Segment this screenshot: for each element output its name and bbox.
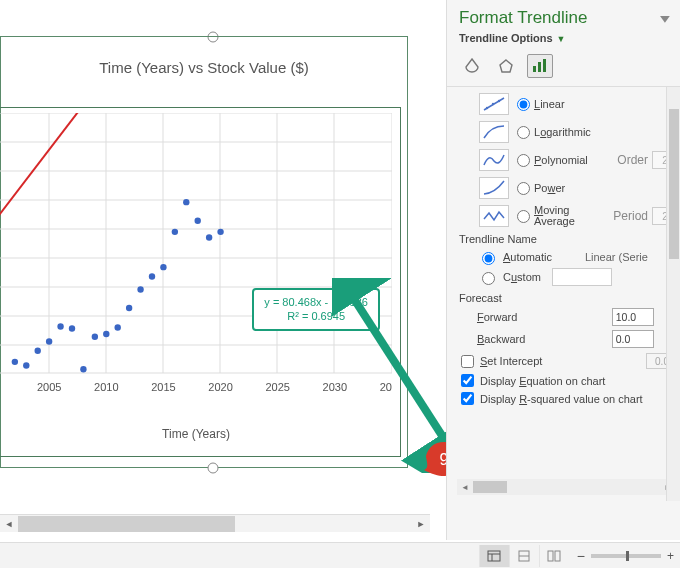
svg-rect-48 [533, 66, 536, 72]
svg-rect-50 [543, 59, 546, 72]
tab-trendline-options-icon[interactable] [527, 54, 553, 78]
radio-custom[interactable]: Custom [477, 268, 678, 286]
status-bar: − + [0, 542, 680, 568]
tab-fill-line-icon[interactable] [459, 54, 485, 78]
svg-point-29 [137, 286, 143, 292]
panel-subtitle[interactable]: Trendline Options▼ [447, 32, 680, 50]
plot-area[interactable]: 2005201020152020202520302035 Time (Years… [0, 107, 401, 457]
option-power[interactable]: Power [517, 182, 565, 195]
svg-point-31 [160, 264, 166, 270]
chart-frame: Time (Years) vs Stock Value ($) [0, 36, 408, 468]
svg-point-35 [206, 234, 212, 240]
zoom-out-icon[interactable]: − [577, 548, 585, 564]
svg-text:2010: 2010 [94, 381, 118, 393]
scroll-left-icon[interactable]: ◄ [457, 483, 473, 492]
svg-point-30 [149, 273, 155, 279]
option-polynomial[interactable]: Polynomial [517, 154, 588, 167]
svg-point-23 [69, 325, 75, 331]
panel-close-icon[interactable]: ▾ [660, 10, 670, 26]
svg-point-34 [195, 218, 201, 224]
view-page-break-icon[interactable] [539, 545, 569, 567]
data-series[interactable] [12, 199, 224, 373]
svg-rect-49 [538, 62, 541, 72]
svg-point-32 [172, 229, 178, 235]
scroll-right-icon[interactable]: ► [412, 516, 430, 532]
chart-resize-handle-bottom[interactable] [207, 463, 218, 474]
set-intercept-label: Set Intercept [480, 355, 542, 367]
svg-point-20 [35, 348, 41, 354]
custom-name-input[interactable] [552, 268, 612, 286]
set-intercept-checkbox[interactable] [461, 355, 474, 368]
svg-rect-55 [488, 551, 500, 561]
chart-title[interactable]: Time (Years) vs Stock Value ($) [1, 59, 407, 76]
svg-point-22 [57, 323, 63, 329]
svg-marker-47 [500, 60, 512, 72]
order-label: Order [617, 153, 648, 167]
trendline-name-label: Trendline Name [459, 233, 678, 245]
svg-text:2030: 2030 [323, 381, 347, 393]
worksheet-area: Time (Years) vs Stock Value ($) [0, 0, 440, 540]
svg-text:2025: 2025 [265, 381, 289, 393]
trendline[interactable] [0, 113, 335, 224]
x-axis-label[interactable]: Time (Years) [0, 427, 400, 441]
forward-label: Forward [477, 311, 517, 323]
svg-point-28 [126, 305, 132, 311]
panel-hscrollbar[interactable]: ◄ ► [457, 479, 676, 495]
display-r2-label: Display R-squared value on chart [480, 393, 643, 405]
chart-object[interactable]: Time (Years) vs Stock Value ($) [0, 15, 425, 510]
svg-point-26 [103, 331, 109, 337]
svg-point-36 [217, 229, 223, 235]
view-page-layout-icon[interactable] [509, 545, 539, 567]
svg-point-18 [12, 359, 18, 365]
sheet-hscrollbar[interactable]: ◄ ► [0, 514, 430, 532]
option-logarithmic[interactable]: Logarithmic [517, 126, 591, 139]
svg-point-54 [498, 100, 500, 102]
polynomial-icon [479, 149, 509, 171]
logarithmic-icon [479, 121, 509, 143]
forward-input[interactable]: 10.0 [612, 308, 654, 326]
power-icon [479, 177, 509, 199]
backward-label: Backward [477, 333, 525, 345]
svg-point-27 [115, 324, 121, 330]
panel-vscrollbar[interactable] [666, 87, 680, 501]
svg-rect-61 [555, 551, 560, 561]
chevron-down-icon: ▼ [557, 34, 566, 44]
svg-text:2020: 2020 [208, 381, 232, 393]
chart-svg: 2005201020152020202520302035 [0, 113, 392, 403]
view-normal-icon[interactable] [479, 545, 509, 567]
tab-effects-icon[interactable] [493, 54, 519, 78]
panel-title: Format Trendline [459, 8, 588, 28]
svg-point-24 [80, 366, 86, 372]
zoom-in-icon[interactable]: + [667, 549, 674, 563]
svg-point-33 [183, 199, 189, 205]
svg-point-19 [23, 362, 29, 368]
option-linear[interactable]: Linear [517, 98, 565, 111]
backward-input[interactable]: 0.0 [612, 330, 654, 348]
svg-point-52 [486, 107, 488, 109]
display-r2-checkbox[interactable] [461, 392, 474, 405]
svg-point-21 [46, 338, 52, 344]
linear-icon [479, 93, 509, 115]
svg-rect-60 [548, 551, 553, 561]
format-trendline-panel: Format Trendline ▾ Trendline Options▼ Li… [446, 0, 680, 540]
period-label: Period [613, 209, 648, 223]
svg-text:2005: 2005 [37, 381, 61, 393]
zoom-slider[interactable] [591, 554, 661, 558]
scroll-thumb[interactable] [18, 516, 235, 532]
forecast-label: Forecast [459, 292, 678, 304]
svg-text:2015: 2015 [151, 381, 175, 393]
svg-point-25 [92, 334, 98, 340]
panel-scroll-body: Linear Logarithmic Polynomial Order2 Pow… [447, 86, 680, 501]
radio-automatic[interactable]: AutomaticLinear (Serie [477, 249, 678, 265]
display-equation-label: Display Equation on chart [480, 375, 605, 387]
scroll-left-icon[interactable]: ◄ [0, 516, 18, 532]
trendline-equation-label[interactable]: y = 80.468x - 160136 R² = 0.6945 [252, 288, 380, 331]
moving-avg-icon [479, 205, 509, 227]
display-equation-checkbox[interactable] [461, 374, 474, 387]
svg-text:2035: 2035 [380, 381, 392, 393]
svg-point-53 [492, 103, 494, 105]
option-moving-average[interactable]: MovingAverage [517, 205, 575, 227]
